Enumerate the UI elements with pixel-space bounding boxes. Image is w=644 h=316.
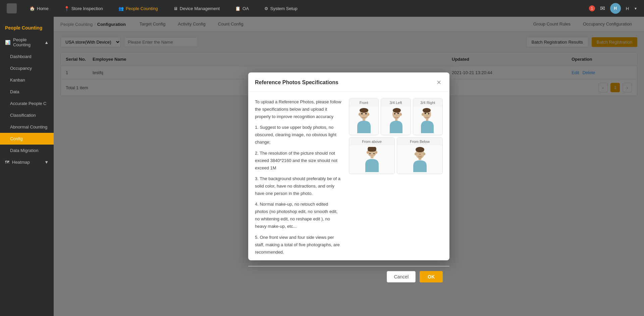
image-front-label: Front: [349, 99, 378, 106]
sidebar-item-occupancy[interactable]: Occupancy: [0, 62, 54, 74]
sidebar-group-heatmap[interactable]: 🗺 Heatmap ▼: [0, 156, 54, 168]
message-icon[interactable]: ✉: [600, 5, 605, 12]
svg-point-1: [360, 108, 368, 113]
face-3-4-left-svg: [387, 108, 404, 133]
modal-images: Front: [349, 98, 443, 259]
nav-right-section: 1 ✉ H H ▼: [589, 3, 637, 14]
svg-point-12: [394, 113, 395, 114]
svg-point-21: [426, 115, 428, 116]
nav-people-counting[interactable]: 👥 People Counting: [116, 5, 161, 12]
image-from-above-figure: [349, 145, 394, 174]
top-navigation: 🏠 Home 📍 Store Inspection 👥 People Count…: [0, 0, 644, 17]
sidebar-item-config[interactable]: Config: [0, 133, 54, 145]
notification-badge[interactable]: 1: [589, 5, 595, 11]
user-dropdown-icon[interactable]: ▼: [634, 7, 637, 10]
modal-overlay: Reference Photos Specifications ✕ To upl…: [54, 17, 644, 316]
image-3-4-right-label: 3/4 Right: [413, 99, 442, 106]
images-row-1: Front: [349, 98, 443, 135]
content-area: People Counting / Configuration Target C…: [54, 17, 644, 316]
nav-device-management[interactable]: 🖥 Device Management: [171, 5, 222, 12]
sidebar-item-data[interactable]: Data: [0, 86, 54, 98]
svg-point-29: [371, 155, 373, 156]
image-from-below: From Below: [397, 137, 443, 174]
svg-point-35: [417, 152, 419, 153]
svg-point-7: [363, 115, 365, 116]
svg-point-28: [373, 153, 375, 154]
cancel-button[interactable]: Cancel: [387, 271, 416, 282]
user-name: H: [626, 6, 629, 11]
people-icon: 👥: [118, 6, 124, 11]
modal-rule-1: 1. Suggest to use upper body photos, no …: [255, 124, 342, 146]
image-from-above: From above: [349, 137, 395, 174]
home-icon: 🏠: [30, 6, 35, 11]
image-3-4-right: 3/4 Right: [413, 98, 443, 135]
store-icon: 📍: [64, 6, 69, 11]
svg-point-11: [400, 113, 402, 116]
image-3-4-right-figure: [413, 106, 442, 135]
svg-point-16: [423, 108, 431, 113]
modal-title: Reference Photos Specifications: [255, 80, 338, 86]
svg-point-38: [418, 157, 422, 159]
svg-point-3: [359, 113, 361, 116]
avatar[interactable]: H: [610, 3, 621, 14]
nav-system-setup[interactable]: ⚙ System Setup: [262, 5, 300, 12]
bar-chart-icon: 📊: [5, 40, 10, 45]
svg-point-4: [367, 113, 369, 116]
svg-rect-17: [426, 118, 428, 121]
face-from-below-svg: [412, 147, 428, 172]
sidebar-item-dashboard[interactable]: Dashboard: [0, 51, 54, 62]
svg-point-27: [369, 153, 371, 154]
svg-point-26: [375, 151, 377, 154]
images-row-2: From above: [349, 137, 443, 174]
svg-point-31: [416, 147, 424, 152]
modal-rule-2: 2. The resolution of the picture should …: [255, 150, 342, 172]
svg-point-20: [428, 113, 429, 114]
sidebar-item-accurate[interactable]: Accurate People C: [0, 98, 54, 109]
svg-point-25: [367, 151, 369, 154]
sidebar-item-abnormal[interactable]: Abnormal Counting: [0, 121, 54, 133]
svg-point-33: [415, 153, 417, 155]
modal-intro: To upload a Reference Photos, please fol…: [255, 98, 342, 120]
main-layout: People Counting 📊 People Counting ▲ Dash…: [0, 17, 644, 316]
nav-store-inspection[interactable]: 📍 Store Inspection: [61, 5, 106, 12]
oa-icon: 📋: [235, 6, 240, 11]
modal-footer: Cancel OK: [248, 266, 449, 287]
app-logo: [7, 3, 17, 13]
svg-rect-2: [363, 118, 365, 121]
heatmap-chevron-icon: ▼: [44, 160, 49, 165]
modal-rule-5: 5. One front view and four side views pe…: [255, 234, 342, 256]
modal-close-button[interactable]: ✕: [435, 78, 443, 87]
image-3-4-left-label: 3/4 Left: [381, 99, 410, 106]
sidebar-group-people-counting[interactable]: 📊 People Counting ▲: [0, 34, 54, 51]
ok-button[interactable]: OK: [420, 271, 443, 282]
modal-header: Reference Photos Specifications ✕: [248, 72, 449, 92]
image-3-4-left: 3/4 Left: [381, 98, 411, 135]
svg-point-6: [365, 113, 367, 114]
svg-point-9: [393, 108, 401, 113]
svg-point-37: [419, 154, 421, 155]
image-from-below-figure: [397, 145, 442, 174]
face-3-4-right-svg: [419, 108, 436, 133]
image-front-figure: [349, 106, 378, 135]
device-icon: 🖥: [173, 6, 178, 11]
sidebar-title: People Counting: [0, 20, 54, 34]
modal-text-content: To upload a Reference Photos, please fol…: [255, 98, 342, 259]
image-front: Front: [349, 98, 379, 135]
modal-rule-3: 3. The background should preferably be o…: [255, 175, 342, 197]
sidebar: People Counting 📊 People Counting ▲ Dash…: [0, 17, 54, 316]
nav-oa[interactable]: 📋 OA: [232, 5, 252, 12]
svg-point-18: [422, 113, 424, 116]
heatmap-icon: 🗺: [5, 160, 9, 165]
sidebar-item-kanban[interactable]: Kanban: [0, 74, 54, 86]
svg-point-5: [361, 113, 363, 114]
image-3-4-left-figure: [381, 106, 410, 135]
nav-home[interactable]: 🏠 Home: [27, 5, 51, 12]
svg-rect-24: [371, 156, 373, 158]
svg-point-34: [423, 153, 425, 155]
image-from-above-label: From above: [349, 138, 394, 145]
svg-point-13: [397, 113, 399, 114]
modal-body: To upload a Reference Photos, please fol…: [248, 92, 449, 266]
sidebar-item-classification[interactable]: Classification: [0, 109, 54, 121]
sidebar-item-data-migration[interactable]: Data Migration: [0, 145, 54, 156]
setup-icon: ⚙: [264, 6, 268, 11]
